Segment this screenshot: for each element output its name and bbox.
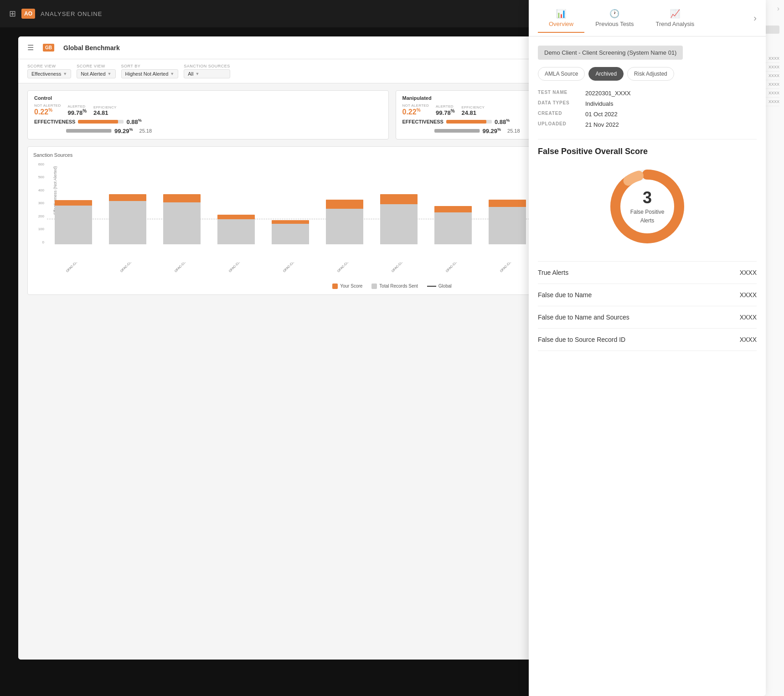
- bar-group-2: [101, 162, 154, 244]
- control-efficiency: EFFICIENCY 24.81: [93, 105, 117, 116]
- overlay-tab-trend-analysis[interactable]: 📈 Trend Analysis: [645, 3, 705, 33]
- bar-group-4: [210, 162, 263, 244]
- window-title: Global Benchmark: [63, 44, 120, 52]
- x-label-1: OFAC-CNSSNL: [55, 263, 102, 276]
- divider: [538, 139, 757, 139]
- legend-line-swatch: [427, 286, 436, 287]
- metadata-grid: TEST NAME 20220301_XXXX DATA TYPES Indiv…: [538, 90, 757, 128]
- donut-chart: 3 False PositiveAlerts: [606, 165, 688, 247]
- fp-section-title: False Positive Overall Score: [538, 147, 757, 156]
- grid-icon[interactable]: ⊞: [9, 9, 16, 19]
- overlay-tabs: 📊 Overview 🕐 Previous Tests 📈 Trend Anal…: [529, 0, 766, 36]
- bar-gray-7: [380, 204, 417, 244]
- client-badge: Demo Client - Client Screening (System N…: [538, 46, 683, 60]
- chevron-down-icon2: ▼: [108, 72, 112, 76]
- source-tab-amla[interactable]: AMLA Source: [538, 67, 585, 81]
- metric-row-false-source-record: False due to Source Record ID XXXX: [538, 329, 757, 351]
- manip-alerted: ALERTED 99.78%: [436, 104, 454, 116]
- sort-by-select[interactable]: Highest Not Alerted ▼: [121, 69, 179, 78]
- x-label-3: OFAC-CNSSNL: [163, 263, 210, 276]
- overlay-tab-previous-tests[interactable]: 🕐 Previous Tests: [584, 3, 645, 33]
- hamburger-icon[interactable]: ☰: [27, 43, 34, 52]
- bar-orange-2: [109, 194, 146, 201]
- bar-group-3: [155, 162, 208, 244]
- bar-group-6: [318, 162, 371, 244]
- legend-your-score: Your Score: [332, 284, 362, 289]
- control-alerted: ALERTED 99.78%: [68, 104, 87, 116]
- manip-bar2-fill: [434, 129, 480, 133]
- source-tabs: AMLA Source Archived Risk Adjusted: [538, 67, 757, 81]
- bar-orange-5: [272, 220, 309, 224]
- bar-orange-6: [326, 200, 363, 209]
- bar-gray-9: [489, 207, 526, 244]
- app-logo: AO: [21, 9, 35, 19]
- app-title: ANALYSER ONLINE: [41, 10, 102, 17]
- sort-by-filter: SORT BY Highest Not Alerted ▼: [121, 64, 179, 78]
- main-overlay: 📊 Overview 🕐 Previous Tests 📈 Trend Anal…: [529, 0, 766, 696]
- trend-icon: 📈: [670, 9, 680, 19]
- donut-chart-container: 3 False PositiveAlerts: [538, 165, 757, 247]
- legend-orange-swatch: [332, 284, 338, 289]
- bar-group-7: [372, 162, 425, 244]
- manip-bar-fill: [446, 120, 486, 124]
- bar-orange-1: [55, 200, 92, 206]
- legend-global: Global: [427, 284, 452, 289]
- bar-group-1: [47, 162, 100, 244]
- sanction-sources-select[interactable]: All ▼: [184, 69, 230, 78]
- bar-orange-4: [217, 215, 254, 219]
- metric-row-true-alerts: True Alerts XXXX: [538, 262, 757, 284]
- control-not-alerted: NOT ALERTED 0.22%: [34, 103, 61, 116]
- control-metrics-row: NOT ALERTED 0.22% ALERTED 99.78%: [34, 103, 382, 116]
- score-view-select[interactable]: Effectiveness ▼: [27, 69, 71, 78]
- source-tab-archived[interactable]: Archived: [588, 67, 624, 81]
- bar-gray-6: [326, 209, 363, 244]
- x-label-6: OFAC-CNSSNL: [326, 263, 373, 276]
- sanction-sources-filter: SANCTION SOURCES All ▼: [184, 64, 230, 78]
- donut-center: 3 False PositiveAlerts: [630, 188, 665, 224]
- bar-orange-3: [163, 194, 200, 202]
- bar-orange-7: [380, 194, 417, 204]
- score-view-filter: SCORE VIEW Effectiveness ▼: [27, 64, 71, 78]
- source-tab-risk[interactable]: Risk Adjusted: [627, 67, 674, 81]
- bar-group-5: [264, 162, 317, 244]
- manip-bar2: [434, 129, 480, 133]
- bar-gray-8: [434, 212, 471, 244]
- bar-gray-1: [55, 206, 92, 244]
- control-bar: [78, 120, 124, 124]
- bar-orange-8: [434, 206, 471, 212]
- bar-group-9: [481, 162, 534, 244]
- overlay-content: Demo Client - Client Screening (System N…: [529, 36, 766, 696]
- chevron-down-icon: ▼: [63, 72, 67, 76]
- chevron-down-icon3: ▼: [170, 72, 174, 76]
- x-label-4: OFAC-CNSSNL: [217, 263, 264, 276]
- bar-gray-3: [163, 202, 200, 244]
- control-bar2-fill: [66, 129, 111, 133]
- manip-efficiency: EFFICIENCY 24.81: [462, 105, 485, 116]
- bar-gray-5: [272, 224, 309, 244]
- x-label-2: OFAC-CNSSNL: [109, 263, 156, 276]
- control-bar2-row: 99.29% 25.18: [34, 127, 382, 134]
- bar-orange-9: [489, 200, 526, 207]
- bar-gray-4: [217, 219, 254, 244]
- metric-row-false-name: False due to Name XXXX: [538, 284, 757, 306]
- metrics-list: True Alerts XXXX False due to Name XXXX …: [538, 261, 757, 351]
- overview-icon: 📊: [556, 9, 566, 19]
- bar-group-8: [427, 162, 480, 244]
- y-axis: 600 500 400 300 200 100 0: [33, 162, 46, 244]
- overlay-tab-overview[interactable]: 📊 Overview: [538, 3, 584, 33]
- score-view2-select[interactable]: Not Alerted ▼: [77, 69, 115, 78]
- legend-total-records: Total Records Sent: [371, 284, 418, 289]
- control-bar-fill: [78, 120, 118, 124]
- metric-row-false-name-sources: False due to Name and Sources XXXX: [538, 306, 757, 329]
- behind-chevron-right-icon[interactable]: ›: [777, 5, 779, 21]
- legend-gray-swatch: [371, 284, 377, 289]
- clock-icon: 🕐: [609, 9, 619, 19]
- x-label-8: OFAC-CNSSNL: [434, 263, 481, 276]
- score-view2-filter: SCORE VIEW Not Alerted ▼: [77, 64, 115, 78]
- manip-bar: [446, 120, 492, 124]
- chevron-down-icon4: ▼: [195, 72, 199, 76]
- control-bar-row: EFFECTIVENESS 0.88%: [34, 118, 382, 125]
- x-label-7: OFAC-CNSSNL: [380, 263, 427, 276]
- x-label-5: OFAC-CNSSNL: [272, 263, 319, 276]
- chevron-right-icon[interactable]: ›: [753, 13, 757, 23]
